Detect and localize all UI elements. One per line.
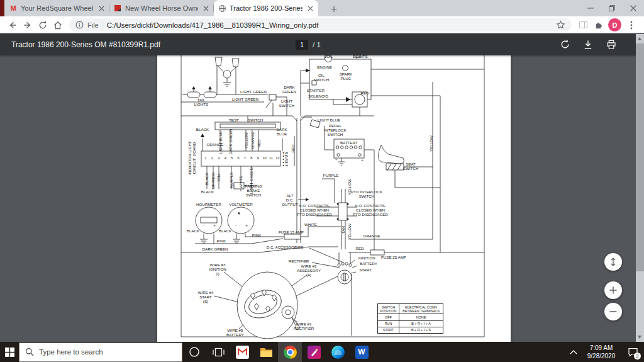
gmail-favicon: M [9, 4, 18, 13]
board-pin: 9 [257, 156, 259, 160]
diagram-label: OIL SWITCH [314, 74, 329, 82]
diagram-label: YELLOW [430, 135, 434, 152]
page-number-input[interactable]: 1 [296, 40, 308, 50]
board-pin: 12 [275, 156, 279, 160]
task-view-button[interactable] [206, 342, 230, 362]
cortana-button[interactable] [182, 342, 206, 362]
diagram-label: TAN [217, 174, 221, 182]
scrollbar-thumb[interactable] [636, 43, 644, 271]
board-pin: 11 [269, 156, 273, 160]
edge-icon [331, 346, 345, 359]
taskbar-search[interactable]: Type here to search [19, 342, 182, 362]
home-button[interactable] [50, 18, 65, 33]
pdf-toolbar-actions [557, 37, 619, 52]
diagram-label: D.C. ACCESSORIES [267, 246, 303, 250]
diagram-label: + [361, 158, 364, 162]
diagram-label: TEST [229, 118, 239, 123]
diagram-label: RED [257, 139, 262, 147]
browser-tab[interactable]: New Wheel Horse Owner 417-8 [109, 0, 214, 16]
browser-tab[interactable]: Tractor 1986 200-Series OM #810 [214, 0, 318, 16]
fit-page-button[interactable] [604, 253, 622, 271]
browser-tab-strip: MYour RedSquare Wheel Horse ForNew Wheel… [0, 0, 644, 16]
tab-title: New Wheel Horse Owner 417-8 [125, 4, 198, 12]
scrollbar-up-arrow[interactable] [638, 37, 641, 40]
chrome-icon [284, 346, 297, 359]
window-edge-accent [0, 0, 4, 16]
bookmark-star-icon[interactable] [556, 20, 565, 30]
browser-tab[interactable]: MYour RedSquare Wheel Horse For [5, 0, 109, 16]
board-pin: 10 [262, 156, 266, 160]
back-button[interactable] [5, 18, 20, 33]
paint-3d-icon [308, 346, 321, 359]
extensions-button[interactable] [591, 18, 606, 33]
diagram-label: RED [360, 91, 369, 96]
board-pin: 6 [237, 156, 239, 160]
rotate-button[interactable] [557, 37, 572, 52]
table-header: ELECTRICAL CONN BETWEEN TERMINALS [399, 304, 443, 314]
pdf-scrollbar[interactable] [636, 34, 644, 342]
reload-button[interactable] [35, 18, 50, 33]
restore-button[interactable] [601, 0, 623, 16]
diagram-label: + [213, 223, 216, 228]
omnibox[interactable]: File C:/Users/dickf/Downloads/417_1986__… [69, 18, 572, 31]
diagram-label: LIGHT BLUE [219, 131, 223, 154]
system-tray: 7:09 AM 9/28/2020 2 [566, 342, 644, 362]
tab-close-button[interactable] [97, 4, 106, 13]
zoom-out-button[interactable] [604, 303, 622, 320]
zoom-in-icon [609, 286, 618, 295]
search-placeholder: Type here to search [39, 348, 103, 356]
zoom-in-button[interactable] [604, 281, 622, 299]
board-pin: 2 [211, 156, 213, 160]
diagram-label: RECTIFIER [289, 259, 309, 264]
diagram-label: YELLOW [348, 223, 352, 240]
diagram-label: WIRE #3 IGNITION (I) [209, 263, 226, 276]
taskbar-edge[interactable] [326, 342, 350, 362]
taskbar-chrome[interactable] [278, 342, 302, 362]
start-button[interactable] [0, 342, 19, 362]
diagram-label: LIGHT GREEN [232, 98, 258, 102]
profile-avatar[interactable]: D [608, 18, 621, 31]
diagram-label: SEAT SWITCH [403, 162, 418, 171]
diagram-label: DARK BLUE [276, 128, 287, 137]
diagram-label: PINK [217, 239, 226, 244]
scrollbar-down-arrow[interactable] [638, 336, 641, 339]
diagram-label: HOURMETER [196, 203, 221, 207]
close-button[interactable] [623, 0, 644, 16]
pdf-page: COILPOINTSENGINEOIL SWITCHSPARK PLUGSTAR… [157, 55, 511, 342]
taskbar-clock[interactable]: 7:09 AM 9/28/2020 [581, 344, 621, 360]
hidden-icons-button[interactable] [566, 349, 581, 354]
side-panel-button[interactable] [575, 18, 591, 33]
table-cell: NONE [399, 314, 443, 320]
browser-menu-button[interactable] [624, 18, 639, 33]
taskbar-gmail[interactable] [230, 342, 254, 362]
table-row: OFFNONE [378, 314, 443, 320]
taskbar-word[interactable]: W [350, 342, 374, 362]
forward-button[interactable] [20, 18, 35, 33]
diagram-label: ORANGE [211, 173, 216, 189]
diagram-label: COIL [324, 55, 333, 59]
table-cell: START [378, 327, 399, 333]
diagram-label: TAN [341, 226, 346, 234]
page-total-label: / 1 [313, 41, 321, 48]
diagram-label: BATTERY [360, 262, 377, 266]
diagram-label: PARKING BRAKE SWITCH [245, 184, 262, 197]
diagram-label: SOLENOID [308, 94, 328, 99]
action-center-button[interactable]: 2 [621, 342, 644, 362]
minimize-button[interactable] [580, 0, 601, 16]
print-button[interactable] [604, 37, 619, 52]
url-scheme-label: File [87, 21, 99, 29]
minimize-icon [587, 5, 594, 11]
url-text[interactable]: C:/Users/dickf/Downloads/417_1986__81039… [107, 21, 552, 29]
home-icon [53, 20, 63, 30]
tab-close-button[interactable] [306, 4, 314, 13]
diagram-label: PURPLE [323, 174, 339, 178]
tab-close-button[interactable] [201, 4, 210, 13]
diagram-label: BLACK [201, 190, 214, 195]
tab-title: Tractor 1986 200-Series OM #810 [230, 4, 303, 12]
new-tab-button[interactable] [327, 3, 341, 15]
taskbar-paint3d[interactable] [302, 342, 326, 362]
table-cell: B + R + I + S [399, 327, 443, 333]
taskbar-file-explorer[interactable] [254, 342, 278, 362]
download-button[interactable] [580, 37, 596, 52]
info-icon[interactable] [75, 21, 84, 29]
